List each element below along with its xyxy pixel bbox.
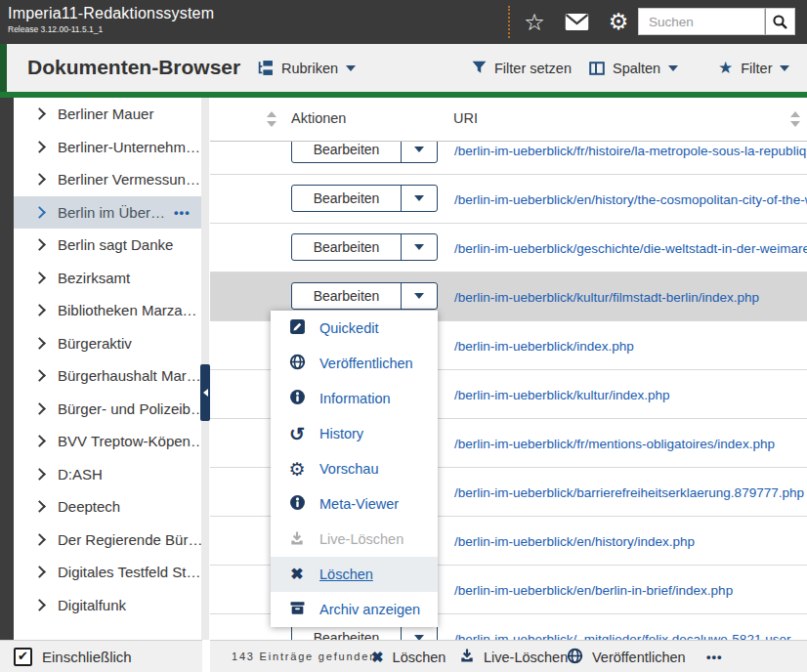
sort-icon[interactable] xyxy=(790,110,800,128)
sidebar-item[interactable]: Digitales Testfeld St… ••• xyxy=(14,556,201,589)
chevron-right-icon xyxy=(33,533,46,546)
uri-link[interactable]: /berlin-im-ueberblick/kultur/filmstadt-b… xyxy=(454,289,759,304)
search-button[interactable] xyxy=(765,8,795,35)
footer-action-label: Veröffentlichen xyxy=(592,650,686,665)
sidebar-item[interactable]: Bürgerhaushalt Mar… ••• xyxy=(14,359,201,393)
bearbeiten-label: Bearbeiten xyxy=(292,283,401,309)
chevron-down-icon xyxy=(780,65,789,71)
uri-link[interactable]: /berlin-im-ueberblick/en/berlin-in-brief… xyxy=(454,582,733,597)
topbar: Imperia11-Redaktionssystem Release 3.12.… xyxy=(0,0,807,44)
menu-item-icon xyxy=(287,530,307,549)
spalten-label: Spalten xyxy=(613,61,660,76)
chevron-down-icon xyxy=(414,293,424,299)
footer-action[interactable]: ✖ Löschen xyxy=(371,641,446,672)
context-menu-item[interactable]: ↺ History xyxy=(271,416,438,451)
messages-envelope-icon[interactable] xyxy=(564,10,589,35)
filter-dropdown[interactable]: ★ Filter xyxy=(718,44,789,92)
menu-item-icon xyxy=(287,354,307,373)
context-menu-item[interactable]: Live-Löschen xyxy=(271,522,438,557)
bearbeiten-label: Bearbeiten xyxy=(292,141,401,162)
uri-link[interactable]: /berlin-im-ueberblick/index.php xyxy=(454,338,634,353)
uri-link[interactable]: /berlin-im-ueberblick/en/history/the-cos… xyxy=(454,191,807,206)
bearbeiten-dropdown-toggle[interactable] xyxy=(401,141,437,162)
context-menu-item[interactable]: Information xyxy=(271,381,438,416)
uri-link[interactable]: /berlin-im-ueberblick/kultur/index.php xyxy=(454,387,670,401)
uri-link[interactable]: /berlin-im-ueberblick/fr/histoire/la-met… xyxy=(454,143,807,157)
sidebar-item[interactable]: Berliner Vermessun… ••• xyxy=(14,163,201,196)
filter-setzen-label: Filter setzen xyxy=(494,61,572,76)
footer-action[interactable]: Live-Löschen xyxy=(459,641,568,672)
columns-icon xyxy=(589,61,605,76)
chevron-right-icon xyxy=(33,435,46,447)
sort-icon[interactable] xyxy=(267,110,276,128)
sidebar-item[interactable]: Berlin im Über… ••• xyxy=(14,196,201,230)
footer-action[interactable]: Veröffentlichen xyxy=(567,641,686,672)
globe-icon xyxy=(567,648,583,667)
chevron-right-icon xyxy=(33,206,46,219)
row-context-menu: Quickedit Veröffentlichen Information ↺ … xyxy=(271,311,438,627)
chevron-right-icon xyxy=(33,468,46,481)
sidebar-item-label: Der Regierende Bür… xyxy=(58,531,201,548)
bearbeiten-button[interactable]: Bearbeiten xyxy=(291,233,438,261)
bearbeiten-dropdown-toggle[interactable] xyxy=(401,283,437,309)
sidebar-item[interactable]: Digitalfunk ••• xyxy=(14,589,201,622)
bearbeiten-button[interactable]: Bearbeiten xyxy=(291,185,438,212)
chevron-down-icon xyxy=(414,147,424,152)
release-version: Release 3.12.00-11.5.1_1 xyxy=(8,24,214,34)
chevron-right-icon xyxy=(33,500,46,513)
sidebar-item[interactable]: Deeptech ••• xyxy=(14,490,201,524)
table-header: Aktionen URI xyxy=(210,98,807,142)
footer-action[interactable]: ••• xyxy=(706,641,732,672)
app-title: Imperia11-Redaktionssystem xyxy=(8,5,214,22)
context-menu-item[interactable]: Quickedit xyxy=(271,311,438,346)
favorites-star-icon[interactable]: ☆ xyxy=(522,10,547,35)
sidebar-item[interactable]: Bürgeraktiv ••• xyxy=(14,327,201,360)
checkmark-icon: ✔ xyxy=(18,650,28,662)
sidebar-item[interactable]: BVV Treptow-Köpen… ••• xyxy=(14,425,201,458)
info-icon xyxy=(289,389,306,408)
menu-item-label: History xyxy=(319,426,363,441)
menu-item-label: Veröffentlichen xyxy=(319,356,413,371)
bearbeiten-dropdown-toggle[interactable] xyxy=(401,186,437,211)
bearbeiten-dropdown-toggle[interactable] xyxy=(401,234,437,260)
star-icon: ★ xyxy=(718,60,733,76)
item-menu-dots-icon[interactable]: ••• xyxy=(174,205,191,220)
sidebar-item[interactable]: Bezirksamt ••• xyxy=(14,262,201,295)
sidebar-item-label: Bezirksamt xyxy=(58,270,130,286)
einschliesslich-checkbox[interactable]: ✔ xyxy=(14,648,32,666)
uri-link[interactable]: /berlin-im-ueberblick/en/history/index.p… xyxy=(454,533,695,548)
search-input[interactable] xyxy=(638,8,765,35)
context-menu-item[interactable]: Meta-Viewer xyxy=(271,486,438,522)
spalten-dropdown[interactable]: Spalten xyxy=(589,44,678,92)
download-icon xyxy=(459,648,475,666)
table-row: Bearbeiten /berlin-im-ueberblick/fr/hist… xyxy=(210,141,807,175)
context-menu-item[interactable]: ✖ Löschen xyxy=(271,557,438,592)
rubriken-dropdown[interactable]: Rubriken xyxy=(257,44,356,92)
sidebar-item[interactable]: D:ASH ••• xyxy=(14,458,201,491)
menu-item-icon xyxy=(287,389,307,408)
uri-link[interactable]: /berlin-im-ueberblick/geschichte/die-wel… xyxy=(454,240,807,255)
context-menu-item[interactable]: ⚙ Vorschau xyxy=(271,451,438,486)
settings-gear-icon[interactable]: ⚙ xyxy=(606,10,631,35)
toolbar-accent-bar xyxy=(0,44,7,92)
sidebar-item[interactable]: Der Regierende Bür… ••• xyxy=(14,524,201,557)
context-menu-item[interactable]: Archiv anzeigen xyxy=(271,592,438,627)
sidebar-collapse-handle[interactable] xyxy=(200,364,210,421)
filter-setzen-button[interactable]: Filter setzen xyxy=(472,44,572,92)
sidebar-item[interactable]: Berlin sagt Danke ••• xyxy=(14,229,201,262)
sidebar-item-label: Berliner-Unternehm… xyxy=(58,139,200,155)
sidebar-footer: ✔ Einschließlich xyxy=(0,640,202,672)
sidebar-item[interactable]: Berliner Mauer ••• xyxy=(14,98,201,131)
context-menu-item[interactable]: Veröffentlichen xyxy=(271,346,438,381)
sidebar-item-label: Bürger- und Polizeib… xyxy=(58,400,201,417)
bearbeiten-button[interactable]: Bearbeiten xyxy=(291,141,438,163)
tree-icon xyxy=(257,60,274,76)
uri-link[interactable]: /berlin-im-ueberblick/fr/mentions-obliga… xyxy=(454,436,775,450)
menu-item-icon xyxy=(287,494,307,514)
sidebar-item[interactable]: Bibliotheken Marza… ••• xyxy=(14,294,201,327)
menu-item-label: Meta-Viewer xyxy=(319,496,399,512)
sidebar-item[interactable]: Bürger- und Polizeib… ••• xyxy=(14,393,201,426)
sidebar-item[interactable]: Berliner-Unternehm… ••• xyxy=(14,131,201,164)
uri-link[interactable]: /berlin-im-ueberblick/barrierefreiheitse… xyxy=(454,484,804,499)
bearbeiten-button[interactable]: Bearbeiten xyxy=(291,282,438,310)
